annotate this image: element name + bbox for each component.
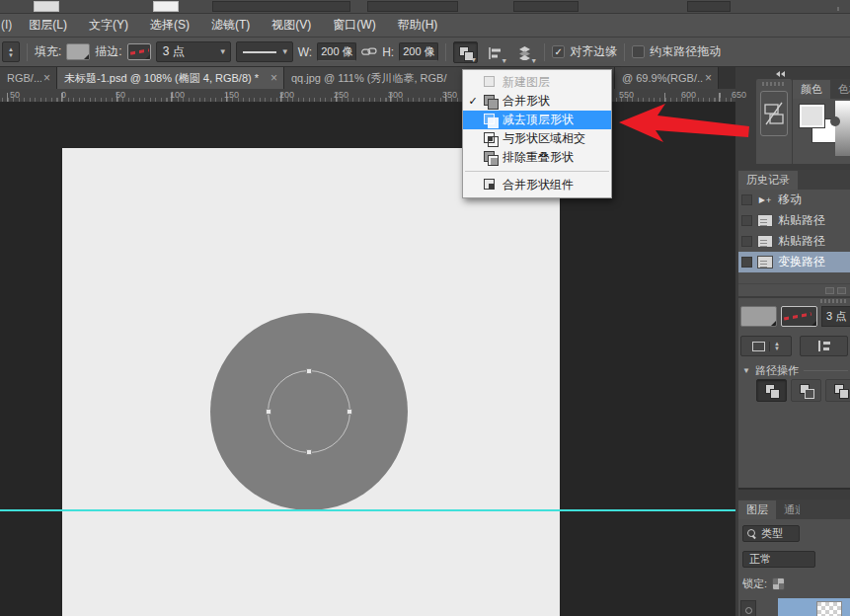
clipped-control (687, 1, 731, 12)
close-tab-icon[interactable]: × (703, 71, 718, 85)
link-dimensions-icon[interactable] (361, 46, 377, 57)
tool-preset-spinner[interactable]: ▲▼ (2, 41, 20, 62)
menu-item-label: 减去顶层形状 (502, 112, 603, 128)
history-panel-footer (738, 283, 850, 296)
menubar-item-6[interactable]: 窗口(W) (322, 14, 386, 37)
anchor-point[interactable] (266, 409, 271, 415)
menu-item-merge-shape-components[interactable]: 合并形状组件 (463, 176, 611, 194)
stroke-type-select[interactable]: ▼ (236, 41, 293, 62)
line-style-icon (243, 51, 276, 53)
tab-color[interactable]: 颜色 (793, 80, 830, 99)
color-ramp-handle (830, 116, 840, 126)
history-source-checkbox[interactable] (741, 194, 752, 205)
layer-filter-select[interactable]: 类型 (742, 525, 800, 542)
history-source-checkbox[interactable] (741, 215, 752, 226)
move-icon (757, 195, 773, 205)
shape-dimensions-control[interactable]: ▲▼ (740, 336, 792, 356)
path-operations-button[interactable]: ▼ (453, 41, 478, 63)
menubar-item-3[interactable]: 选择(S) (139, 14, 200, 37)
panel-grip[interactable] (820, 299, 846, 303)
triangle-down-icon[interactable]: ▼ (742, 366, 750, 375)
width-label: W: (298, 45, 312, 59)
anchor-point[interactable] (306, 368, 312, 374)
foreground-color-swatch[interactable] (800, 105, 824, 127)
close-tab-icon[interactable]: × (269, 71, 283, 85)
props-fill-swatch[interactable] (740, 306, 777, 327)
horizontal-ruler[interactable]: 50050100150200250300350550600650 (0, 89, 735, 103)
menu-item-exclude-overlapping-shapes[interactable]: 排除重叠形状 (463, 148, 611, 167)
menu-item-combine-shapes[interactable]: ✓合并形状 (463, 92, 611, 111)
snapshot-icon[interactable] (825, 287, 834, 294)
fill-swatch[interactable] (66, 43, 90, 60)
menu-item-label: 合并形状 (502, 93, 603, 110)
document-icon (757, 214, 773, 227)
blend-mode-select[interactable]: 正常 (742, 551, 815, 568)
menubar-item-5[interactable]: 视图(V) (261, 14, 322, 37)
layer-filter-row: 类型 (742, 525, 800, 542)
history-step-label: 变换路径 (778, 254, 825, 270)
menubar-item-7[interactable]: 帮助(H) (387, 14, 449, 37)
height-input[interactable]: 200 像 (399, 42, 438, 61)
history-step[interactable]: 变换路径 (738, 252, 850, 272)
menu-item-intersect-shape-areas[interactable]: 与形状区域相交 (463, 129, 611, 148)
trash-icon[interactable] (837, 287, 846, 294)
selected-layer-row[interactable] (778, 598, 850, 616)
menu-item-subtract-front-shape[interactable]: 减去顶层形状 (463, 111, 611, 129)
align-edges-checkbox[interactable]: 对齐边缘 (552, 43, 617, 60)
clipped-control (212, 1, 350, 12)
props-stroke-width[interactable]: 3 点 (821, 306, 850, 327)
stroke-width-select[interactable]: 3 点▼ (156, 41, 231, 62)
ruler-label: 200 (279, 90, 294, 100)
history-source-checkbox[interactable] (741, 257, 752, 268)
clipped-swatch (153, 1, 179, 12)
menu-bar: (I)图层(L)文字(Y)选择(S)滤镜(T)视图(V)窗口(W)帮助(H) (0, 14, 850, 38)
arrange-rectangles-icon[interactable] (760, 91, 788, 136)
align-control[interactable] (800, 336, 848, 356)
stroke-swatch[interactable] (127, 43, 151, 60)
fill-stroke-row: 3 点 (740, 306, 850, 327)
subtract-front-shape-button[interactable] (791, 379, 821, 402)
lock-transparency-icon[interactable] (772, 578, 785, 590)
chevron-down-icon: ▼ (501, 57, 507, 64)
history-step[interactable]: 粘贴路径 (738, 210, 850, 231)
menubar-item-0[interactable]: (I) (0, 14, 18, 37)
color-panel-body (793, 99, 850, 164)
menubar-item-2[interactable]: 文字(Y) (78, 14, 139, 37)
anchor-point[interactable] (347, 409, 352, 415)
combine-shapes-button[interactable] (756, 379, 787, 402)
document-tab-1[interactable]: 未标题-1.psd @ 108% (椭圆 4, RGB/8) *× (57, 67, 284, 89)
divider (27, 43, 28, 61)
document-tab-0[interactable]: RGB/...× (0, 67, 57, 89)
path-alignment-button[interactable]: ▼ (483, 41, 507, 63)
color-panel-header: 颜色 色板 (793, 79, 850, 99)
ellipse-path-outline[interactable] (268, 370, 350, 453)
menubar-item-4[interactable]: 滤镜(T) (200, 14, 261, 37)
tab-swatches[interactable]: 色板 (830, 80, 850, 99)
visibility-toggle[interactable] (740, 600, 756, 616)
props-stroke-swatch[interactable] (781, 306, 817, 327)
history-source-checkbox[interactable] (741, 236, 752, 247)
tab-layers[interactable]: 图层 (738, 500, 776, 519)
intersect-shape-button[interactable] (825, 379, 850, 402)
path-operations-menu: 新建图层✓合并形状减去顶层形状与形状区域相交排除重叠形状合并形状组件 (462, 69, 612, 198)
layer-row[interactable] (738, 598, 850, 616)
menubar-item-1[interactable]: 图层(L) (18, 14, 78, 37)
color-ramp[interactable] (835, 101, 850, 156)
canvas-area[interactable] (0, 103, 735, 616)
anchor-point[interactable] (306, 449, 312, 455)
width-input[interactable]: 200 像 (317, 42, 356, 61)
history-step[interactable]: 移动 (738, 190, 850, 210)
document-tab-3[interactable]: @ 69.9%(RGB/...× (615, 67, 719, 89)
tab-channels[interactable]: 通道 (776, 500, 800, 519)
ruler-label: 350 (442, 90, 457, 100)
tab-history[interactable]: 历史记录 (738, 171, 798, 190)
filter-kind-label: 类型 (761, 526, 783, 541)
history-step[interactable]: 粘贴路径 (738, 231, 850, 252)
eye-icon (745, 607, 752, 614)
close-tab-icon[interactable]: × (41, 71, 56, 85)
ruler-label: 150 (224, 90, 239, 100)
constrain-path-checkbox[interactable]: 约束路径拖动 (632, 43, 721, 60)
path-arrange-button[interactable]: ▼ (512, 41, 537, 63)
collapse-panels-icon[interactable] (776, 69, 794, 78)
panel-grip[interactable] (762, 82, 786, 86)
